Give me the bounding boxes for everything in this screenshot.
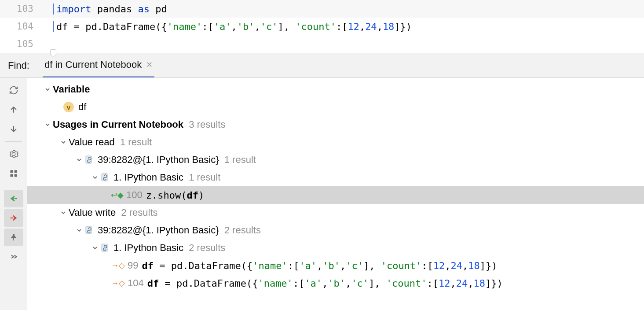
variable-badge-icon: v — [63, 102, 74, 112]
pin-button[interactable] — [4, 229, 23, 246]
write-arrow-icon: →◇ — [111, 261, 125, 270]
chevron-down-icon[interactable] — [75, 157, 84, 162]
process-count: 1 result — [224, 154, 256, 166]
line-number: 103 — [0, 4, 48, 14]
usage-line-number: 104 — [128, 277, 144, 289]
svg-point-13 — [90, 228, 91, 229]
line-number: 105 — [0, 39, 48, 49]
group-count: 1 result — [120, 137, 152, 148]
group-title: Value write — [69, 207, 116, 218]
tree-process[interactable]: 39:8282@{1. IPython Basic} 1 result — [27, 151, 644, 169]
panel-toolbar — [0, 78, 27, 310]
usage-code: z.show(df) — [146, 190, 204, 201]
find-label: Find: — [8, 60, 29, 71]
close-icon[interactable]: ✕ — [146, 60, 153, 70]
code-editor[interactable]: 103import pandas as pd104df = pd.DataFra… — [0, 0, 644, 53]
code-text[interactable]: df = pd.DataFrame({'name':['a','b','c'],… — [48, 21, 412, 32]
group-title: Value read — [69, 137, 115, 148]
tree-group[interactable]: Value write 2 results — [27, 204, 644, 221]
tree-process[interactable]: 39:8282@{1. IPython Basic} 2 results — [27, 221, 644, 239]
usage-code: df = pd.DataFrame({'name':['a','b','c'],… — [142, 260, 497, 271]
chevron-down-icon[interactable] — [75, 228, 84, 233]
tree-group[interactable]: Value read 1 result — [27, 133, 644, 151]
tree-usage[interactable]: →◇104df = pd.DataFrame({'name':['a','b',… — [27, 274, 644, 292]
svg-point-17 — [104, 250, 105, 251]
read-arrow-icon: ↩◆ — [111, 190, 124, 200]
settings-button[interactable] — [4, 145, 23, 163]
python-file-icon — [100, 243, 110, 253]
svg-point-7 — [90, 157, 91, 158]
editor-line[interactable]: 105 — [0, 35, 644, 53]
code-text[interactable]: import pandas as pd — [48, 4, 167, 15]
process-name: 39:8282@{1. IPython Basic} — [98, 154, 219, 166]
editor-line[interactable]: 103import pandas as pd — [0, 0, 644, 18]
file-count: 1 result — [189, 172, 220, 183]
tree-usage[interactable]: ↩◆100z.show(df) — [27, 186, 644, 204]
process-count: 2 results — [224, 225, 261, 236]
usage-line-number: 100 — [126, 189, 143, 201]
process-name: 39:8282@{1. IPython Basic} — [98, 225, 219, 236]
layout-button[interactable] — [4, 165, 23, 182]
usage-line-number: 99 — [128, 260, 138, 271]
svg-rect-1 — [14, 170, 17, 173]
find-results-panel: VariablevdfUsages in Current Notebook 3 … — [0, 78, 644, 310]
tree-usage[interactable]: →◇99df = pd.DataFrame({'name':['a','b','… — [27, 257, 644, 274]
find-tab[interactable]: df in Current Notebook ✕ — [43, 53, 154, 78]
usages-count: 3 results — [189, 119, 225, 130]
variable-header: Variable — [53, 84, 90, 95]
tree-file[interactable]: 1. IPython Basic 2 results — [27, 239, 644, 257]
file-name: 1. IPython Basic — [113, 172, 183, 183]
svg-point-8 — [88, 162, 89, 162]
chevron-down-icon[interactable] — [59, 140, 68, 145]
chevron-down-icon[interactable] — [43, 122, 52, 127]
editor-line[interactable]: 104df = pd.DataFrame({'name':['a','b','c… — [0, 18, 644, 35]
down-button[interactable] — [4, 120, 23, 138]
refresh-button[interactable] — [4, 81, 23, 99]
nav-fwd-button[interactable] — [4, 209, 23, 227]
find-bar: Find: df in Current Notebook ✕ — [0, 53, 644, 78]
tree-file[interactable]: 1. IPython Basic 1 result — [27, 169, 644, 186]
nav-back-button[interactable] — [4, 190, 23, 207]
svg-rect-3 — [14, 174, 17, 177]
file-count: 2 results — [189, 242, 225, 254]
chevron-down-icon[interactable] — [43, 87, 52, 92]
chevron-down-icon[interactable] — [91, 245, 99, 251]
python-file-icon — [84, 155, 94, 165]
file-name: 1. IPython Basic — [113, 242, 183, 254]
svg-point-10 — [106, 175, 106, 176]
tree-variable-item[interactable]: vdf — [27, 98, 644, 116]
more-button[interactable] — [4, 248, 23, 266]
fold-handle-icon[interactable] — [50, 49, 56, 56]
svg-rect-2 — [10, 174, 13, 177]
up-button[interactable] — [4, 101, 23, 118]
chevron-down-icon[interactable] — [91, 175, 99, 180]
usage-code: df = pd.DataFrame({'name':['a','b','c'],… — [147, 278, 503, 289]
svg-point-11 — [104, 179, 105, 180]
python-file-icon — [100, 173, 110, 182]
tree-variable-header[interactable]: Variable — [27, 81, 644, 98]
find-tab-text: df in Current Notebook — [44, 59, 142, 70]
usages-header: Usages in Current Notebook — [53, 119, 183, 130]
svg-point-14 — [88, 232, 89, 233]
svg-point-16 — [106, 245, 106, 246]
results-tree[interactable]: VariablevdfUsages in Current Notebook 3 … — [27, 78, 644, 310]
python-file-icon — [84, 225, 94, 235]
group-count: 2 results — [121, 207, 157, 218]
variable-name: df — [78, 101, 86, 113]
write-arrow-icon: →◇ — [111, 278, 125, 288]
chevron-down-icon[interactable] — [59, 210, 68, 215]
svg-rect-0 — [10, 170, 13, 173]
line-number: 104 — [0, 21, 48, 32]
tree-usages-header[interactable]: Usages in Current Notebook 3 results — [27, 116, 644, 133]
